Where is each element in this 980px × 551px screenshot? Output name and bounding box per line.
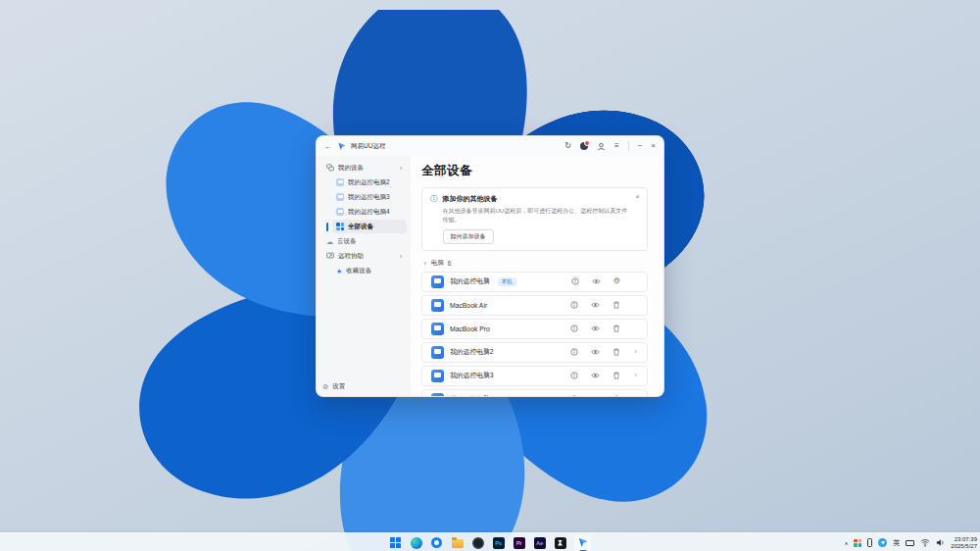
device-row[interactable]: MacBook Pro › — [421, 319, 648, 339]
device-row[interactable]: 我的远控电脑2 › — [421, 342, 648, 363]
device-name: MacBook Pro — [450, 326, 490, 332]
after-effects-icon[interactable]: Ae — [533, 536, 546, 549]
back-icon[interactable]: ← — [324, 142, 332, 151]
add-device-banner: ⓘ 添加你的其他设备 在其他设备登录网易UU远程后，即可进行远程办公、远程控制以… — [421, 187, 648, 251]
delete-icon[interactable] — [612, 395, 620, 397]
sidebar-label: 我的设备 — [338, 164, 364, 173]
computer-icon — [336, 208, 344, 216]
remote-view-icon[interactable] — [591, 348, 600, 356]
photoshop-icon[interactable]: Ps — [492, 536, 505, 549]
volume-icon[interactable] — [936, 538, 945, 547]
colored-app-tray-icon[interactable] — [854, 539, 861, 547]
edge-browser-icon[interactable] — [410, 536, 422, 549]
star-icon: ★ — [336, 268, 342, 275]
sidebar-item-pc3[interactable]: 我的远控电脑3 — [332, 190, 407, 204]
device-name: 我的远控电脑3 — [450, 371, 494, 380]
computer-icon — [431, 299, 444, 312]
system-tray: ∧ 英 23:07:39 2025/5/27 — [845, 533, 977, 551]
sidebar-group-remote-assist[interactable]: 远程协助 ∧ — [322, 249, 407, 263]
sidebar-label: 云设备 — [337, 237, 357, 246]
device-row[interactable]: 我的远控电脑4 › — [421, 389, 648, 398]
sidebar-item-favorites[interactable]: ★ 收藏设备 — [332, 264, 407, 277]
info-icon[interactable] — [570, 395, 578, 397]
chevron-right-icon[interactable]: › — [633, 395, 638, 397]
app-window: ← 网易UU远程 ↻ ≡ − × — [316, 135, 664, 397]
page-title: 全部设备 — [421, 163, 648, 179]
search-ring-icon[interactable] — [430, 536, 443, 549]
computer-icon — [431, 370, 444, 382]
premiere-icon[interactable]: Pr — [513, 536, 525, 549]
section-label: 电脑 — [431, 259, 444, 268]
section-computers[interactable]: ∨ 电脑 6 — [423, 259, 648, 268]
black-app-icon[interactable] — [554, 536, 566, 549]
titlebar-divider — [628, 141, 629, 151]
uu-remote-taskbar-icon[interactable] — [574, 535, 591, 551]
telegram-icon[interactable] — [878, 538, 887, 547]
computer-icon — [336, 193, 344, 201]
phone-link-icon[interactable] — [867, 538, 872, 547]
info-icon[interactable] — [570, 325, 578, 332]
clock-time: 23:07:39 — [951, 536, 977, 543]
remote-view-icon[interactable] — [591, 301, 600, 309]
device-row[interactable]: MacBook Air › — [421, 295, 648, 316]
sidebar-item-all-devices[interactable]: 全部设备 — [332, 220, 407, 233]
close-button[interactable]: × — [651, 142, 656, 150]
minimize-button[interactable]: − — [638, 142, 643, 150]
info-icon[interactable] — [570, 372, 578, 379]
info-icon[interactable] — [570, 348, 578, 356]
gear-icon: ⚙ — [322, 383, 328, 390]
start-button[interactable] — [389, 536, 402, 549]
delete-icon[interactable] — [612, 325, 620, 332]
device-name: 我的远控电脑 — [450, 276, 490, 286]
sidebar-group-my-devices[interactable]: 我的设备 ∧ — [322, 161, 407, 175]
device-row[interactable]: 我的远控电脑3 › — [421, 366, 648, 386]
info-icon[interactable] — [571, 277, 579, 285]
computer-icon — [431, 393, 444, 398]
ime-indicator[interactable]: 英 — [893, 538, 900, 548]
how-to-add-device-button[interactable]: 如何添加设备 — [443, 229, 494, 244]
chevron-right-icon[interactable]: › — [633, 372, 638, 379]
sidebar-item-pc2[interactable]: 我的远控电脑2 — [332, 175, 407, 189]
info-icon: ⓘ — [430, 194, 438, 244]
delete-icon[interactable] — [612, 301, 620, 309]
banner-close-icon[interactable]: × — [635, 193, 640, 201]
chevron-right-icon[interactable]: › — [633, 348, 638, 356]
app-logo-icon — [337, 142, 346, 151]
computer-icon — [431, 276, 444, 288]
remote-view-icon[interactable] — [591, 325, 600, 332]
hidden-icons-chevron[interactable]: ∧ — [845, 540, 849, 546]
sidebar: 我的设备 ∧ 我的远控电脑2 我的远控电脑3 我的远控电脑4 全部设 — [317, 156, 411, 396]
cloud-icon: ☁ — [326, 238, 333, 245]
device-row[interactable]: 我的远控电脑 本机 ⚙ › — [421, 272, 648, 292]
sidebar-label: 设置 — [332, 382, 345, 391]
remote-view-icon[interactable] — [591, 395, 600, 397]
touch-keyboard-icon[interactable] — [906, 540, 914, 546]
notification-icon[interactable] — [580, 142, 588, 150]
remote-view-icon[interactable] — [592, 277, 601, 285]
wifi-icon[interactable] — [920, 538, 930, 547]
titlebar: ← 网易UU远程 ↻ ≡ − × — [317, 136, 663, 156]
sidebar-item-cloud-devices[interactable]: ☁ 云设备 — [322, 234, 407, 248]
info-icon[interactable] — [570, 301, 578, 309]
taskbar-clock[interactable]: 23:07:39 2025/5/27 — [951, 536, 977, 550]
refresh-icon[interactable]: ↻ — [564, 142, 571, 150]
sidebar-item-settings[interactable]: ⚙ 设置 — [322, 382, 345, 391]
section-count: 6 — [448, 260, 452, 267]
delete-icon[interactable] — [612, 372, 620, 379]
dark-app-icon[interactable] — [471, 536, 484, 549]
sidebar-label: 全部设备 — [348, 223, 373, 231]
sidebar-label: 我的远控电脑3 — [348, 193, 390, 202]
titlebar-controls: ↻ ≡ − × — [564, 141, 656, 151]
delete-icon[interactable] — [612, 348, 620, 356]
chevron-up-icon[interactable]: ∧ — [399, 253, 403, 259]
sidebar-item-pc4[interactable]: 我的远控电脑4 — [332, 205, 407, 219]
gear-icon[interactable]: ⚙ — [613, 277, 620, 285]
taskbar: Ps Pr Ae ∧ 英 — [0, 532, 980, 551]
menu-icon[interactable]: ≡ — [614, 142, 619, 150]
account-icon[interactable] — [597, 142, 606, 151]
remote-view-icon[interactable] — [591, 372, 600, 379]
computer-icon — [431, 346, 444, 359]
file-explorer-icon[interactable] — [451, 536, 464, 549]
chevron-up-icon[interactable]: ∧ — [399, 165, 403, 171]
window-title: 网易UU远程 — [351, 142, 385, 151]
